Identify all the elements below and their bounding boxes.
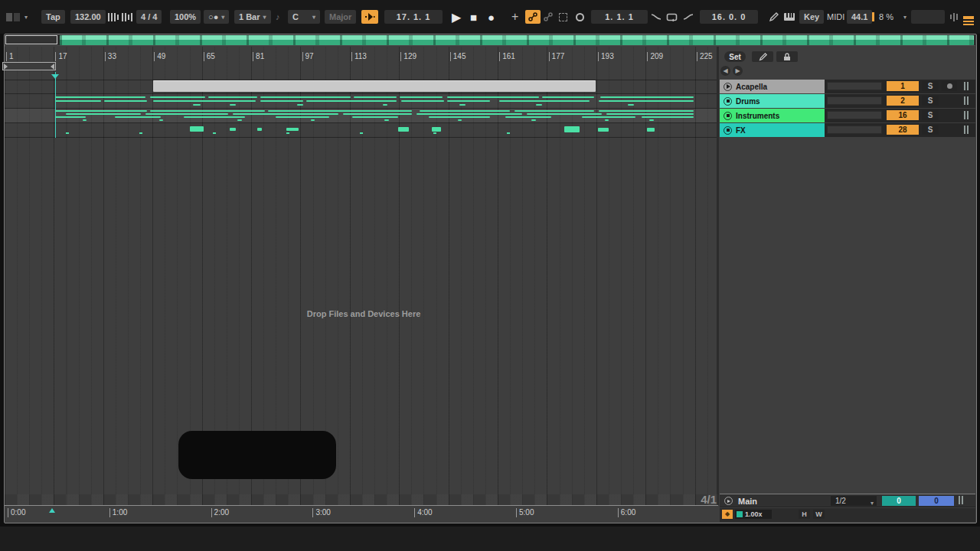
nudge-down-icon[interactable]: [107, 10, 119, 24]
root-note-menu[interactable]: C▾: [288, 10, 320, 24]
track-title-fx[interactable]: FX: [720, 123, 825, 137]
tempo-multiplier-field[interactable]: 1.00x: [735, 510, 772, 519]
loop-end-handle[interactable]: [51, 64, 54, 70]
instruments-midi-note: [311, 119, 315, 121]
loop-start-field[interactable]: 1. 1. 1: [591, 10, 648, 24]
track-title-instruments[interactable]: Instruments: [720, 109, 825, 122]
track-row-fx[interactable]: FX 28 S: [720, 123, 975, 137]
reenable-automation-icon[interactable]: [544, 10, 553, 24]
track-row-instruments[interactable]: Instruments 16 S: [720, 109, 975, 122]
play-button[interactable]: ▶: [452, 10, 461, 24]
tempo-follow-button[interactable]: ◆: [722, 510, 733, 519]
track-row-drums[interactable]: Drums 2 S: [720, 94, 975, 108]
main-play-icon[interactable]: [724, 497, 733, 505]
acapella-audio-clip[interactable]: [153, 80, 596, 92]
grid-interval-select[interactable]: 1/2▾: [831, 496, 877, 506]
drums-midi-note: [536, 104, 542, 106]
track-title-drums[interactable]: Drums: [720, 94, 825, 108]
metronome-button[interactable]: ○●▾: [204, 10, 229, 24]
tap-tempo-button[interactable]: Tap: [41, 10, 65, 24]
main-track-row[interactable]: Main 1/2▾ 0 0: [720, 494, 975, 507]
key-map-button[interactable]: Key: [799, 10, 824, 24]
track-title-acapella[interactable]: Acapella: [720, 80, 825, 93]
instruments-midi-note: [514, 110, 594, 112]
midi-map-button[interactable]: MIDI: [827, 10, 844, 24]
automation-arm-button[interactable]: [525, 10, 541, 24]
new-button[interactable]: +: [511, 10, 518, 24]
fx-midi-dot: [507, 132, 510, 134]
quantization-menu[interactable]: 1 Bar▾: [234, 10, 271, 24]
track-width-button[interactable]: W: [813, 510, 825, 519]
bar-number: 97: [302, 52, 314, 61]
loop-brace[interactable]: [2, 62, 56, 70]
insert-marker-bottom-triangle[interactable]: [49, 508, 55, 513]
overview-waveform: [60, 35, 974, 45]
solo-button[interactable]: S: [922, 125, 939, 135]
push-view-icon[interactable]: ▾: [6, 10, 28, 24]
main-pan-value[interactable]: 0: [882, 496, 916, 506]
loop-start-handle[interactable]: [4, 64, 8, 70]
punch-in-icon[interactable]: [651, 10, 662, 24]
overview-viewport-box[interactable]: [5, 35, 57, 44]
bar-number: 225: [697, 52, 713, 61]
punch-out-icon[interactable]: [683, 10, 694, 24]
instruments-midi-note: [55, 116, 86, 118]
record-button[interactable]: ●: [488, 10, 495, 24]
time-label: 0:00: [8, 508, 25, 517]
lock-envelopes-button[interactable]: [776, 51, 798, 62]
tempo-field[interactable]: 132.00: [70, 10, 106, 24]
next-locator-button[interactable]: ▶: [733, 66, 743, 76]
draw-locator-button[interactable]: [752, 51, 773, 62]
prev-locator-button[interactable]: ◀: [720, 66, 730, 76]
nudge-up-icon[interactable]: [121, 10, 133, 24]
solo-button[interactable]: S: [922, 96, 939, 106]
track-io-slot[interactable]: [827, 111, 882, 119]
computer-midi-keyboard-icon[interactable]: [784, 10, 795, 24]
track-input-number[interactable]: 28: [887, 125, 919, 135]
track-stop-icon[interactable]: [724, 126, 732, 135]
track-play-icon[interactable]: [724, 83, 732, 91]
drums-midi-note: [499, 100, 590, 102]
bar-number: 81: [253, 52, 264, 61]
instruments-midi-note: [159, 119, 163, 121]
time-signature-field[interactable]: 4 / 4: [136, 10, 162, 24]
track-io-slot[interactable]: [827, 96, 882, 105]
track-input-number[interactable]: 1: [887, 81, 919, 91]
drums-midi-note: [104, 100, 147, 102]
track-input-number[interactable]: 2: [887, 96, 919, 106]
track-input-number[interactable]: 16: [887, 110, 919, 120]
scrub-area[interactable]: [5, 494, 718, 505]
draw-mode-icon[interactable]: [769, 10, 779, 24]
set-locator-button[interactable]: Set: [724, 51, 746, 62]
track-row-acapella[interactable]: Acapella 1 S: [720, 80, 975, 93]
instruments-midi-note: [420, 110, 510, 112]
arm-circle-icon: [947, 83, 952, 89]
io-meter-icon: [949, 10, 959, 24]
follow-button[interactable]: [361, 10, 378, 24]
arm-button[interactable]: [942, 81, 957, 91]
arrangement-position-field[interactable]: 17. 1. 1: [384, 10, 443, 24]
loop-toggle-icon[interactable]: [576, 10, 584, 24]
solo-button[interactable]: S: [922, 110, 939, 120]
sample-rate-field[interactable]: 44.1: [847, 10, 872, 24]
menu-icon[interactable]: [963, 10, 974, 24]
drums-midi-note: [383, 104, 387, 106]
scale-name-menu[interactable]: Major: [325, 10, 356, 24]
main-volume-value[interactable]: 0: [919, 496, 954, 506]
track-height-button[interactable]: H: [799, 510, 810, 519]
track-io-slot[interactable]: [827, 126, 882, 134]
redacted-overlay: [178, 431, 336, 479]
instruments-midi-note: [458, 119, 462, 121]
loop-region-icon[interactable]: [666, 10, 678, 24]
cpu-caret-icon[interactable]: ▾: [903, 10, 906, 24]
solo-button[interactable]: S: [922, 81, 939, 91]
loop-length-field[interactable]: 16. 0. 0: [700, 10, 758, 24]
main-track-title[interactable]: Main: [738, 497, 757, 506]
capture-midi-icon[interactable]: [559, 10, 567, 24]
groove-amount-field[interactable]: 100%: [170, 10, 201, 24]
stop-button[interactable]: ■: [470, 10, 477, 24]
track-io-slot[interactable]: [827, 82, 882, 90]
track-stop-icon[interactable]: [724, 112, 732, 120]
track-stop-icon[interactable]: [724, 97, 732, 106]
insert-marker-triangle[interactable]: [51, 74, 59, 79]
